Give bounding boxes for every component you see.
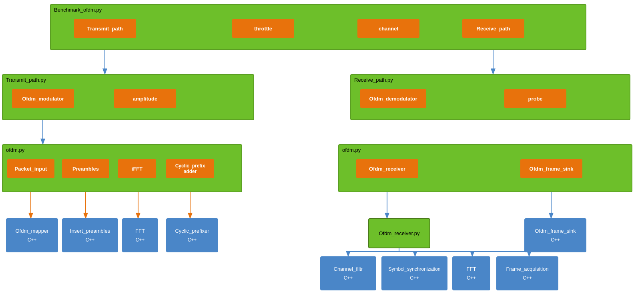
symbol-sync-blue: Symbol_synchronization C++	[381, 256, 447, 290]
ofdm-modulator-block[interactable]: Ofdm_modulator	[12, 89, 74, 108]
cyclic-prefix-adder-block[interactable]: Cyclic_prefix adder	[166, 159, 214, 178]
receive-path-block[interactable]: Receive_path	[462, 19, 524, 38]
cyclic-prefixer-blue: Cyclic_prefixer C++	[166, 218, 218, 252]
ofdm-tx-label: ofdm.py	[6, 147, 24, 153]
ofdm-receiver-py-block: Ofdm_receiver.py	[368, 218, 430, 248]
ifft-block[interactable]: iFFT	[118, 159, 156, 178]
ofdm-mapper-blue: Ofdm_mapper C++	[6, 218, 58, 252]
ofdm-frame-sink-cpp-blue: Ofdm_frame_sink C++	[524, 218, 586, 252]
channel-block[interactable]: channel	[357, 19, 419, 38]
insert-preambles-blue: Insert_preambles C++	[62, 218, 118, 252]
receive-path-label: Receive_path.py	[354, 77, 393, 83]
packet-input-block[interactable]: Packet_input	[7, 159, 54, 178]
ofdm-frame-sink-block[interactable]: Ofdm_frame_sink	[520, 159, 582, 178]
amplitude-block[interactable]: amplitude	[114, 89, 176, 108]
transmit-path-label: Transmit_path.py	[6, 77, 46, 83]
diagram-wrapper: Benchmark_ofdm.py Transmit_path.py Recei…	[0, 0, 644, 300]
frame-acquisition-blue: Frame_acquisition C++	[496, 256, 558, 290]
transmit-path-block[interactable]: Transmit_path	[74, 19, 136, 38]
preambles-block[interactable]: Preambles	[62, 159, 109, 178]
ofdm-receiver-block[interactable]: Ofdm_receiver	[356, 159, 418, 178]
fft-rx-blue: FFT C++	[452, 256, 490, 290]
ofdm-rx-label: ofdm.py	[342, 147, 361, 153]
throttle-block[interactable]: throttle	[232, 19, 294, 38]
probe-block[interactable]: probe	[504, 89, 566, 108]
ofdm-demodulator-block[interactable]: Ofdm_demodulator	[360, 89, 426, 108]
channel-filtr-blue: Channel_filtr C++	[320, 256, 376, 290]
fft-tx-blue: FFT C++	[122, 218, 158, 252]
benchmark-label: Benchmark_ofdm.py	[54, 7, 102, 13]
